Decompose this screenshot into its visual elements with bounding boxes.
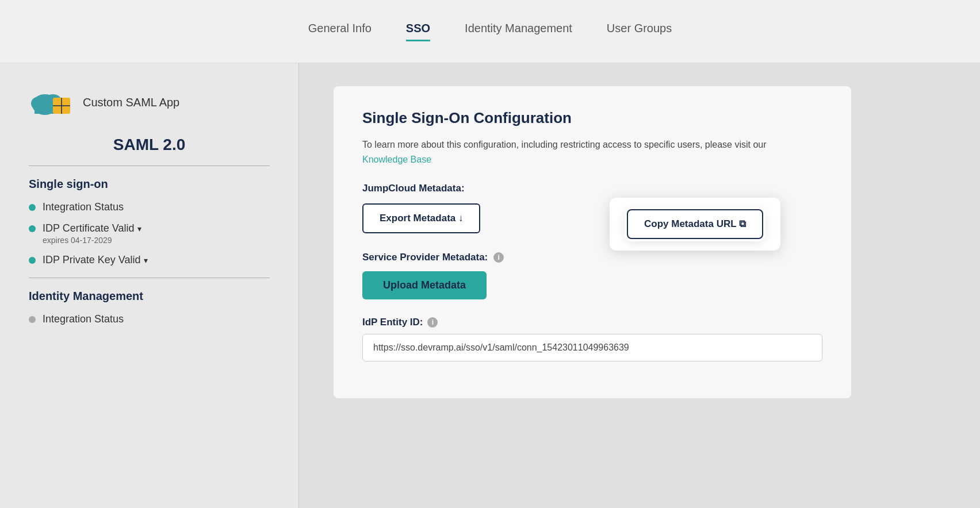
top-navigation: General Info SSO Identity Management Use… xyxy=(0,0,980,63)
info-icon-entity[interactable]: i xyxy=(427,317,438,328)
sso-config-card: Single Sign-On Configuration To learn mo… xyxy=(334,86,851,398)
main-content: Custom SAML App SAML 2.0 Single sign-on … xyxy=(0,63,980,508)
service-provider-label: Service Provider Metadata: xyxy=(362,252,488,263)
copy-metadata-tooltip: Copy Metadata URL ⧉ xyxy=(610,198,780,251)
sidebar-divider-bottom xyxy=(29,278,270,278)
idm-section-title: Identity Management xyxy=(29,290,270,303)
sso-items-list: Integration Status IDP Certificate Valid… xyxy=(29,201,270,266)
card-title: Single Sign-On Configuration xyxy=(362,109,822,127)
sso-section-title: Single sign-on xyxy=(29,178,270,191)
idm-integration-status-label: Integration Status xyxy=(43,313,124,325)
sidebar-title: SAML 2.0 xyxy=(29,136,270,154)
list-item[interactable]: Integration Status xyxy=(29,313,270,325)
tab-user-groups[interactable]: User Groups xyxy=(607,22,672,41)
idp-certificate-sub: expires 04-17-2029 xyxy=(43,236,141,245)
chevron-down-icon: ▾ xyxy=(137,224,141,233)
idp-entity-id-label: IdP Entity ID: xyxy=(362,317,423,328)
status-dot-green xyxy=(29,204,36,211)
sidebar-section-sso: Single sign-on Integration Status IDP Ce… xyxy=(29,178,270,266)
idp-certificate-label: IDP Certificate Valid ▾ xyxy=(43,222,141,234)
jumpcloud-metadata-label: JumpCloud Metadata: xyxy=(362,183,822,194)
nav-tabs: General Info SSO Identity Management Use… xyxy=(308,22,672,41)
idp-private-key-label: IDP Private Key Valid ▾ xyxy=(43,254,148,266)
idm-items-list: Integration Status xyxy=(29,313,270,325)
sidebar-divider-top xyxy=(29,166,270,166)
tab-sso[interactable]: SSO xyxy=(406,22,430,41)
list-item[interactable]: IDP Certificate Valid ▾ expires 04-17-20… xyxy=(29,222,270,245)
card-description: To learn more about this configuration, … xyxy=(362,137,776,167)
idp-entity-id-field: https://sso.devramp.ai/sso/v1/saml/conn_… xyxy=(362,334,822,361)
service-provider-row: Service Provider Metadata: i xyxy=(362,252,822,263)
copy-metadata-url-button[interactable]: Copy Metadata URL ⧉ xyxy=(627,209,763,239)
app-logo: Custom SAML App xyxy=(29,86,270,118)
app-name-label: Custom SAML App xyxy=(83,96,179,109)
metadata-buttons-group: Export Metadata ↓ Copy Metadata URL ⧉ xyxy=(362,203,822,233)
tab-general-info[interactable]: General Info xyxy=(308,22,372,41)
status-dot-gray xyxy=(29,316,36,323)
app-logo-icon xyxy=(29,86,75,118)
integration-status-label: Integration Status xyxy=(43,201,124,213)
info-icon[interactable]: i xyxy=(493,252,504,263)
knowledge-base-link[interactable]: Knowledge Base xyxy=(362,155,431,164)
sidebar-section-idm: Identity Management Integration Status xyxy=(29,290,270,325)
content-panel: Single Sign-On Configuration To learn mo… xyxy=(299,63,980,508)
chevron-down-icon: ▾ xyxy=(144,256,148,265)
export-metadata-button[interactable]: Export Metadata ↓ xyxy=(362,203,480,233)
idp-entity-id-row: IdP Entity ID: i xyxy=(362,317,822,328)
sidebar: Custom SAML App SAML 2.0 Single sign-on … xyxy=(0,63,299,508)
upload-metadata-button[interactable]: Upload Metadata xyxy=(362,271,487,299)
status-dot-green xyxy=(29,225,36,232)
list-item[interactable]: IDP Private Key Valid ▾ xyxy=(29,254,270,266)
status-dot-green xyxy=(29,257,36,264)
tab-identity-management[interactable]: Identity Management xyxy=(465,22,572,41)
list-item[interactable]: Integration Status xyxy=(29,201,270,213)
